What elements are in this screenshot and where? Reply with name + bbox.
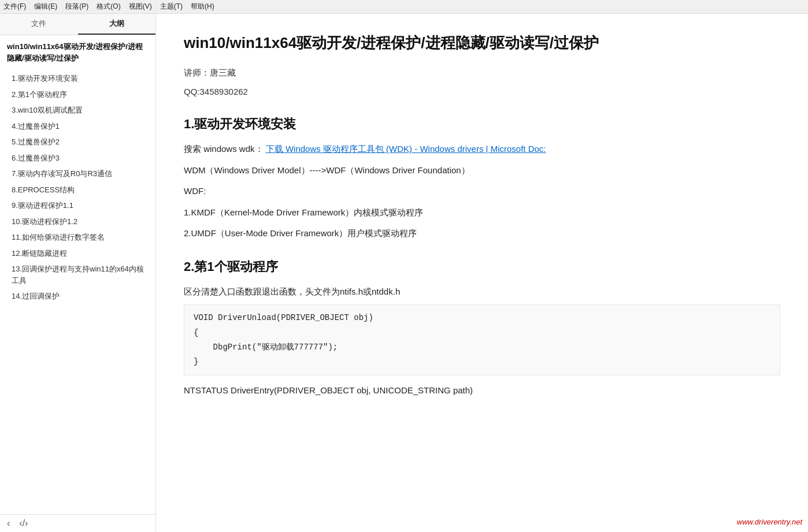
tab-outline[interactable]: 大纲 — [78, 14, 156, 35]
section1-item2: 2.UMDF（User-Mode Driver Framework）用户模式驱动… — [184, 225, 780, 242]
outline-item-3[interactable]: 3.win10双机调试配置 — [7, 102, 149, 118]
wdk-link[interactable]: 下载 Windows 驱动程序工具包 (WDK) - Windows drive… — [266, 144, 546, 154]
outline-item-8[interactable]: 8.EPROCESS结构 — [7, 182, 149, 198]
section1-heading: 1.驱动开发环境安装 — [184, 116, 780, 133]
section1-item1: 1.KMDF（Kernel-Mode Driver Framework）内核模式… — [184, 204, 780, 221]
sidebar-tabs: 文件 大纲 — [0, 14, 155, 35]
outline-item-14[interactable]: 14.过回调保护 — [7, 288, 149, 304]
section1-para1: 搜索 windows wdk： 下载 Windows 驱动程序工具包 (WDK)… — [184, 141, 780, 158]
outline-item-11[interactable]: 11.如何给驱动进行数字签名 — [7, 229, 149, 245]
sidebar: 文件 大纲 win10/win11x64驱动开发/进程保护/进程隐藏/驱动读写/… — [0, 14, 156, 532]
outline-item-7[interactable]: 7.驱动内存读写及R0与R3通信 — [7, 166, 149, 182]
section2-heading: 2.第1个驱动程序 — [184, 258, 780, 276]
sidebar-content: win10/win11x64驱动开发/进程保护/进程隐藏/驱动读写/过保护 1.… — [0, 35, 155, 514]
outline-item-13[interactable]: 13.回调保护进程与支持win11的x64内核工具 — [7, 261, 149, 288]
menu-item-format[interactable]: 格式(O) — [97, 2, 120, 12]
outline-title: win10/win11x64驱动开发/进程保护/进程隐藏/驱动读写/过保护 — [7, 41, 149, 64]
tab-file[interactable]: 文件 — [0, 14, 78, 35]
outline-item-5[interactable]: 5.过魔兽保护2 — [7, 134, 149, 150]
section1-para2: WDM（Windows Driver Model）---->WDF（Window… — [184, 162, 780, 179]
nav-code-button[interactable]: ‹/› — [19, 518, 28, 529]
nav-prev-button[interactable]: ‹ — [7, 518, 10, 529]
menu-item-paragraph[interactable]: 段落(P) — [65, 2, 88, 12]
outline-item-4[interactable]: 4.过魔兽保护1 — [7, 118, 149, 135]
section2-code2: NTSTATUS DriverEntry(PDRIVER_OBJECT obj,… — [184, 382, 780, 399]
main-layout: 文件 大纲 win10/win11x64驱动开发/进程保护/进程隐藏/驱动读写/… — [0, 14, 808, 532]
section1-para3: WDF: — [184, 183, 780, 200]
outline-item-1[interactable]: 1.驱动开发环境安装 — [7, 70, 149, 87]
qq-label: QQ:3458930262 — [184, 84, 780, 99]
doc-title: win10/win11x64驱动开发/进程保护/进程隐藏/驱动读写/过保护 — [184, 32, 780, 53]
code-block-1: VOID DriverUnload(PDRIVER_OBJECT obj) { … — [184, 304, 780, 375]
sidebar-bottom: ‹ ‹/› — [0, 514, 155, 532]
menu-item-theme[interactable]: 主题(T) — [160, 2, 183, 12]
outline-item-6[interactable]: 6.过魔兽保护3 — [7, 150, 149, 166]
menu-item-view[interactable]: 视图(V) — [129, 2, 152, 12]
instructor-label: 讲师：唐三藏 — [184, 65, 780, 80]
outline-item-10[interactable]: 10.驱动进程保护1.2 — [7, 214, 149, 230]
outline-item-2[interactable]: 2.第1个驱动程序 — [7, 87, 149, 103]
content-area[interactable]: win10/win11x64驱动开发/进程保护/进程隐藏/驱动读写/过保护 讲师… — [156, 14, 808, 532]
menu-item-edit[interactable]: 编辑(E) — [34, 2, 57, 12]
outline-item-12[interactable]: 12.断链隐藏进程 — [7, 245, 149, 262]
menu-item-help[interactable]: 帮助(H) — [191, 2, 214, 12]
section2-para1: 区分清楚入口函数跟退出函数，头文件为ntifs.h或ntddk.h — [184, 284, 780, 300]
menu-item-file[interactable]: 文件(F) — [3, 2, 26, 12]
menu-bar: 文件(F) 编辑(E) 段落(P) 格式(O) 视图(V) 主题(T) 帮助(H… — [0, 0, 808, 14]
outline-item-9[interactable]: 9.驱动进程保护1.1 — [7, 198, 149, 214]
